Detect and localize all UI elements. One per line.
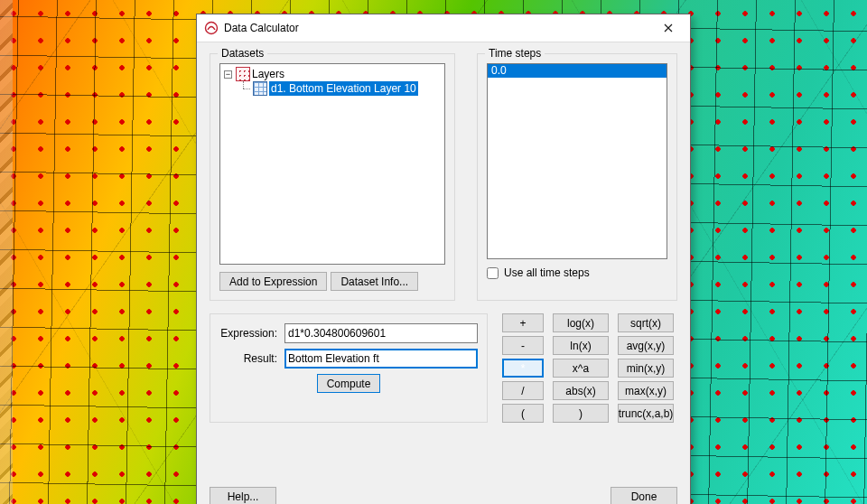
tree-root-layers[interactable]: − Layers: [224, 67, 441, 81]
expression-input[interactable]: [284, 323, 478, 343]
op-avg[interactable]: avg(x,y): [618, 336, 674, 355]
data-calculator-dialog: Data Calculator Datasets − Layers: [196, 14, 691, 504]
op-max[interactable]: max(x,y): [618, 381, 674, 400]
result-input[interactable]: [284, 349, 478, 369]
operator-buttons: + log(x) sqrt(x) - ln(x) avg(x,y) * x^a …: [502, 313, 674, 423]
help-button[interactable]: Help...: [210, 487, 276, 504]
use-all-timesteps-label: Use all time steps: [504, 266, 590, 279]
op-sub[interactable]: -: [502, 336, 544, 355]
timesteps-group: Time steps 0.0 Use all time steps: [477, 53, 677, 301]
timesteps-legend: Time steps: [485, 47, 545, 60]
image-left-edge: [0, 0, 13, 504]
op-pow[interactable]: x^a: [553, 359, 609, 378]
expression-label: Expression:: [219, 327, 284, 340]
datasets-tree[interactable]: − Layers d1. Bottom Elevation Layer 10: [219, 63, 445, 265]
collapse-icon[interactable]: −: [224, 70, 232, 79]
close-icon: [664, 23, 673, 33]
result-label: Result:: [219, 352, 284, 365]
op-lparen[interactable]: (: [502, 404, 544, 423]
datasets-group: Datasets − Layers d1. Bottom Elevation L…: [210, 53, 455, 301]
svg-point-0: [206, 23, 218, 34]
titlebar[interactable]: Data Calculator: [197, 14, 690, 42]
op-div[interactable]: /: [502, 381, 544, 400]
op-rparen[interactable]: ): [553, 404, 609, 423]
dialog-title: Data Calculator: [224, 22, 299, 34]
close-button[interactable]: [648, 14, 688, 42]
use-all-timesteps-input[interactable]: [487, 267, 499, 279]
op-ln[interactable]: ln(x): [553, 336, 609, 355]
op-min[interactable]: min(x,y): [618, 359, 674, 378]
tree-item-d1[interactable]: d1. Bottom Elevation Layer 10: [224, 81, 441, 96]
timesteps-list[interactable]: 0.0: [487, 63, 667, 259]
op-add[interactable]: +: [502, 313, 544, 332]
add-to-expression-button[interactable]: Add to Expression: [219, 272, 327, 291]
timestep-item[interactable]: 0.0: [488, 64, 667, 78]
layers-icon: [236, 67, 250, 81]
tree-item-label: d1. Bottom Elevation Layer 10: [269, 81, 418, 96]
datasets-legend: Datasets: [218, 47, 267, 60]
app-icon: [204, 21, 219, 35]
op-sqrt[interactable]: sqrt(x): [618, 313, 674, 332]
expression-group: Expression: Result: Compute: [210, 313, 488, 423]
op-log[interactable]: log(x): [553, 313, 609, 332]
op-abs[interactable]: abs(x): [553, 381, 609, 400]
use-all-timesteps-checkbox[interactable]: Use all time steps: [487, 266, 667, 279]
done-button[interactable]: Done: [611, 487, 677, 504]
dataset-info-button[interactable]: Dataset Info...: [331, 272, 418, 291]
op-trunc[interactable]: trunc(x,a,b): [618, 404, 674, 423]
dataset-icon: [253, 81, 267, 96]
compute-button[interactable]: Compute: [317, 374, 380, 393]
op-mul[interactable]: *: [502, 359, 544, 378]
tree-root-label: Layers: [252, 67, 284, 81]
tree-branch-icon: [238, 81, 251, 96]
